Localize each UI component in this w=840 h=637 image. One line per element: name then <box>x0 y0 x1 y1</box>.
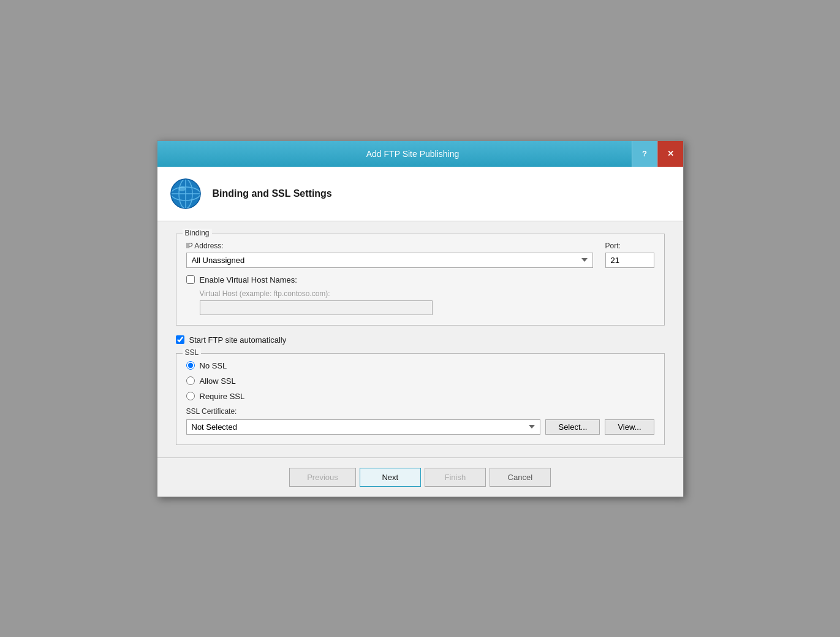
select-cert-button[interactable]: Select... <box>545 419 600 435</box>
content-area: Binding IP Address: All Unassigned127.0.… <box>157 221 683 457</box>
auto-start-checkbox[interactable] <box>176 335 184 344</box>
ip-address-label: IP Address: <box>186 242 593 250</box>
enable-virtual-host-row: Enable Virtual Host Names: <box>186 275 654 284</box>
ssl-cert-row: Not Selected Select... View... <box>186 419 654 435</box>
allow-ssl-radio[interactable] <box>186 376 195 385</box>
no-ssl-radio[interactable] <box>186 361 195 370</box>
virtual-host-label: Virtual Host (example: ftp.contoso.com): <box>200 289 654 298</box>
enable-virtual-host-label[interactable]: Enable Virtual Host Names: <box>200 275 297 284</box>
header-section: Binding and SSL Settings <box>157 167 683 221</box>
ssl-cert-select[interactable]: Not Selected <box>186 419 541 435</box>
help-button[interactable]: ? <box>632 141 657 167</box>
next-button[interactable]: Next <box>360 468 421 487</box>
previous-button[interactable]: Previous <box>289 468 356 487</box>
ssl-group: SSL No SSL Allow SSL Require SSL SSL Cer… <box>176 353 665 445</box>
finish-button[interactable]: Finish <box>425 468 486 487</box>
virtual-host-input[interactable] <box>200 300 433 315</box>
no-ssl-label[interactable]: No SSL <box>200 361 227 370</box>
allow-ssl-label[interactable]: Allow SSL <box>200 376 236 386</box>
require-ssl-row: Require SSL <box>186 392 654 401</box>
title-bar: Add FTP Site Publishing ? ✕ <box>157 141 683 167</box>
ssl-cert-label: SSL Certificate: <box>186 407 654 416</box>
require-ssl-radio[interactable] <box>186 392 195 400</box>
view-cert-button[interactable]: View... <box>605 419 654 435</box>
binding-group: Binding IP Address: All Unassigned127.0.… <box>176 234 665 326</box>
ip-address-select[interactable]: All Unassigned127.0.0.1 <box>186 253 593 268</box>
port-label: Port: <box>605 242 654 250</box>
auto-start-label[interactable]: Start FTP site automatically <box>189 335 287 345</box>
cancel-button[interactable]: Cancel <box>490 468 551 487</box>
require-ssl-label[interactable]: Require SSL <box>200 392 245 401</box>
ssl-group-label: SSL <box>183 348 202 357</box>
close-button[interactable]: ✕ <box>657 141 683 167</box>
allow-ssl-row: Allow SSL <box>186 376 654 386</box>
svg-point-6 <box>178 186 186 191</box>
port-field-group: Port: <box>605 242 654 268</box>
footer: Previous Next Finish Cancel <box>157 457 683 497</box>
no-ssl-row: No SSL <box>186 361 654 370</box>
port-input[interactable] <box>605 253 654 268</box>
binding-group-label: Binding <box>183 229 212 237</box>
dialog-title: Add FTP Site Publishing <box>157 149 632 159</box>
ip-address-field-group: IP Address: All Unassigned127.0.0.1 <box>186 242 593 268</box>
title-bar-buttons: ? ✕ <box>632 141 683 167</box>
dialog: Add FTP Site Publishing ? ✕ Binding and … <box>157 140 684 497</box>
enable-virtual-host-checkbox[interactable] <box>186 275 195 284</box>
header-title: Binding and SSL Settings <box>213 188 332 199</box>
binding-row: IP Address: All Unassigned127.0.0.1 Port… <box>186 242 654 268</box>
globe-icon <box>170 178 202 210</box>
auto-start-row: Start FTP site automatically <box>176 335 665 345</box>
